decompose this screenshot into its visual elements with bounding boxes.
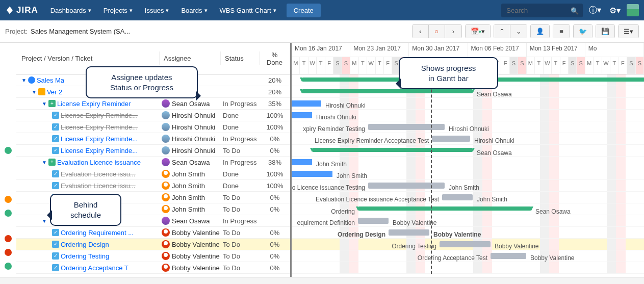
nav-prev-button[interactable]: ‹: [413, 25, 429, 38]
task-title[interactable]: Evaluation Licence issuance: [57, 159, 141, 166]
nav-boards[interactable]: Boards▾: [176, 4, 212, 17]
collapse-button[interactable]: ⌃: [494, 25, 510, 38]
task-title[interactable]: Sales Ma: [37, 76, 64, 84]
grid-row[interactable]: ✓Evaluation Licence issu...John SmithDon…: [16, 180, 290, 192]
gantt-row[interactable]: Sean OsawaOrdering: [292, 203, 644, 215]
gantt-row[interactable]: John Smithon: [292, 157, 644, 168]
filter-button[interactable]: 👤: [531, 25, 549, 38]
gantt-row[interactable]: Bobby ValentineOrdering Testing: [292, 239, 644, 250]
save-button[interactable]: 💾: [596, 25, 614, 38]
nav-wbs-gantt[interactable]: WBS Gantt-Chart▾: [215, 4, 281, 17]
nav-dashboards[interactable]: Dashboards▾: [45, 4, 96, 17]
assignee-avatar: [162, 252, 170, 260]
gantt-row[interactable]: John Smitho Licence issuance Testing: [292, 180, 644, 192]
grid-row[interactable]: ✓Ordering Acceptance TBobby ValentineTo …: [16, 262, 290, 274]
nav-menu: Dashboards▾ Projects▾ Issues▾ Boards▾ WB…: [45, 4, 321, 17]
nav-today-button[interactable]: ○: [429, 25, 445, 38]
status-cell: Done: [221, 123, 260, 132]
grid-row[interactable]: ✓Ordering Requirement ...Bobby Valentine…: [16, 227, 290, 239]
gantt-row[interactable]: Bobby ValentineOrdering Design: [292, 227, 644, 239]
col-name[interactable]: Project / Version / Ticket: [16, 51, 160, 65]
grid-row[interactable]: ✓Evaluation Licence issu...John SmithDon…: [16, 168, 290, 180]
gantt-bar[interactable]: Sean Osawa: [312, 148, 473, 152]
nav-projects[interactable]: Projects▾: [98, 4, 138, 17]
expand-icon[interactable]: ▼: [21, 78, 27, 83]
task-title[interactable]: Ordering Acceptance T: [61, 264, 128, 272]
expand-icon[interactable]: ▼: [32, 89, 37, 95]
search-icon[interactable]: 🔍: [571, 7, 579, 15]
gantt-bar[interactable]: Bobby ValentineOrdering Acceptance Test: [491, 253, 526, 259]
task-title[interactable]: Evaluation Licence issu...: [61, 170, 136, 178]
gantt-row[interactable]: John SmithEvaluation Licence issuance Ac…: [292, 192, 644, 203]
task-title[interactable]: Ordering Requirement ...: [61, 229, 134, 237]
expand-icon[interactable]: ▼: [42, 101, 47, 107]
gantt-body[interactable]: Sean OsawaHiroshi OhnukiHiroshi Ohnukies…: [292, 74, 644, 274]
gantt-bar[interactable]: Hiroshi Ohnukiesign: [292, 112, 312, 118]
horizontal-scrollbar[interactable]: [0, 277, 644, 284]
gantt-row[interactable]: Hiroshi Ohnuki: [292, 98, 644, 110]
done-cell: 0%: [260, 252, 290, 261]
col-assignee[interactable]: Assignee: [160, 51, 221, 65]
bird-icon[interactable]: 🐦: [574, 25, 592, 38]
gantt-bar[interactable]: John Smithon: [292, 159, 312, 165]
baseline-button[interactable]: ≡: [553, 25, 570, 38]
task-title[interactable]: License Expiry Reminde...: [61, 112, 138, 119]
gantt-row[interactable]: [292, 262, 644, 274]
user-avatar[interactable]: [627, 4, 639, 16]
col-done[interactable]: % Done: [260, 48, 290, 69]
grid-row[interactable]: ✓License Expiry Reminde...Hiroshi Ohnuki…: [16, 121, 290, 133]
grid-row[interactable]: ✓Ordering DesignBobby ValentineTo Do0%: [16, 239, 290, 250]
gantt-bar[interactable]: Hiroshi Ohnukixpiry Reminder Testing: [368, 124, 445, 130]
nav-issues[interactable]: Issues▾: [140, 4, 174, 17]
task-title[interactable]: License Expiry Reminder: [57, 100, 131, 108]
grid-row[interactable]: ✓Ordering TestingBobby ValentineTo Do0%: [16, 250, 290, 262]
zoom-button[interactable]: 📅●▾: [466, 25, 490, 38]
expand-button[interactable]: ⌄: [510, 25, 527, 38]
grid-body: ▼Sales Ma20%▼Ver 220%▼+License Expiry Re…: [16, 74, 290, 281]
gantt-row[interactable]: Hiroshi Ohnukixpiry Reminder Testing: [292, 121, 644, 133]
project-name[interactable]: Sales Management System (SA...: [31, 28, 130, 35]
bar-label-left: Ordering: [331, 208, 355, 215]
gantt-row[interactable]: Sean Osawa: [292, 145, 644, 157]
gantt-row[interactable]: John Smithe Design: [292, 168, 644, 180]
nav-next-button[interactable]: ›: [445, 25, 461, 38]
help-icon[interactable]: ⓘ▾: [587, 3, 603, 18]
gantt-bar[interactable]: John Smithe Design: [292, 171, 332, 177]
gantt-row[interactable]: Hiroshi OhnukiLicense Expiry Reminder Ac…: [292, 133, 644, 145]
assignee-avatar: [162, 264, 170, 272]
expand-icon[interactable]: ▼: [42, 160, 47, 165]
grid-row[interactable]: ✓License Expiry Reminde...Hiroshi Ohnuki…: [16, 145, 290, 157]
task-title[interactable]: Evaluation Licence issu...: [61, 182, 136, 190]
col-status[interactable]: Status: [221, 51, 260, 65]
task-title[interactable]: Ordering Testing: [61, 252, 109, 260]
task-title[interactable]: License Expiry Reminde...: [61, 147, 138, 154]
gantt-row[interactable]: Bobby ValentineOrdering Acceptance Test: [292, 250, 644, 262]
menu-button[interactable]: ☰▾: [619, 25, 638, 38]
task-title[interactable]: License Expiry Reminde...: [61, 135, 138, 143]
gantt-bar[interactable]: John SmithEvaluation Licence issuance Ac…: [442, 194, 473, 200]
task-title[interactable]: License Expiry Reminde...: [61, 123, 138, 131]
gantt-bar[interactable]: Sean Osawa: [302, 89, 473, 93]
status-dot: [5, 235, 12, 242]
task-title[interactable]: Ordering Design: [61, 241, 109, 248]
gantt-bar[interactable]: Hiroshi Ohnuki: [292, 100, 321, 107]
jira-logo[interactable]: JIRA: [5, 5, 38, 15]
grid-row[interactable]: ✓License Expiry Reminde...Hiroshi Ohnuki…: [16, 110, 290, 121]
settings-icon[interactable]: ⚙▾: [607, 4, 623, 17]
day-cell: F: [325, 57, 333, 74]
assignee-avatar: [162, 217, 170, 225]
gantt-bar[interactable]: Bobby ValentineOrdering Design: [389, 229, 429, 236]
grid-row[interactable]: ✓License Expiry Reminde...Hiroshi Ohnuki…: [16, 133, 290, 145]
gantt-bar[interactable]: Hiroshi OhnukiLicense Expiry Reminder Ac…: [432, 136, 470, 142]
gantt-bar[interactable]: Bobby Valentineequirement Definition: [358, 218, 389, 224]
gantt-row[interactable]: Hiroshi Ohnukiesign: [292, 110, 644, 121]
grid-row[interactable]: ▼+Evaluation Licence issuanceSean OsawaI…: [16, 157, 290, 168]
gantt-bar[interactable]: Bobby ValentineOrdering Testing: [440, 241, 491, 247]
bar-label-right: Bobby Valentine: [393, 219, 437, 226]
task-title[interactable]: Ver 2: [47, 88, 62, 96]
gantt-row[interactable]: Bobby Valentineequirement Definition: [292, 215, 644, 227]
grid-row[interactable]: ▼+License Expiry ReminderSean OsawaIn Pr…: [16, 98, 290, 110]
gantt-bar[interactable]: John Smitho Licence issuance Testing: [368, 183, 445, 189]
gantt-bar[interactable]: Sean OsawaOrdering: [358, 206, 531, 211]
create-button[interactable]: Create: [287, 4, 321, 17]
